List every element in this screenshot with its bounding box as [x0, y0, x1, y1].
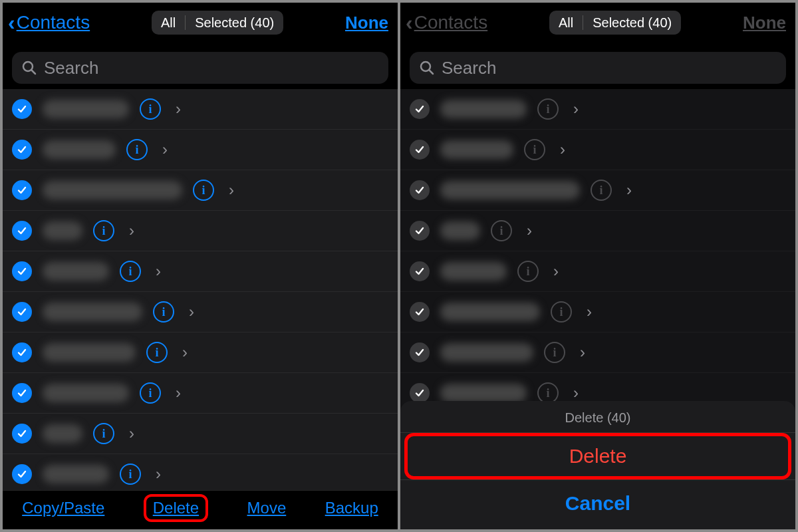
- checkmark-icon[interactable]: [12, 302, 32, 322]
- list-item[interactable]: i ›: [3, 292, 398, 332]
- chevron-right-icon: ›: [176, 384, 181, 402]
- contacts-list[interactable]: i › i › i › i › i › i ›: [3, 89, 398, 490]
- info-icon[interactable]: i: [93, 220, 114, 241]
- checkmark-icon[interactable]: [12, 140, 32, 160]
- checkmark-icon[interactable]: [12, 383, 32, 403]
- checkmark-icon[interactable]: [410, 180, 430, 200]
- info-icon[interactable]: i: [140, 382, 161, 404]
- chevron-right-icon: ›: [162, 140, 168, 159]
- info-icon[interactable]: i: [153, 301, 174, 323]
- chevron-right-icon: ›: [182, 343, 188, 362]
- checkmark-icon[interactable]: [410, 261, 430, 281]
- sheet-delete-button[interactable]: Delete: [400, 433, 795, 479]
- info-icon[interactable]: i: [120, 464, 141, 485]
- contact-name-redacted: [43, 140, 116, 159]
- list-item[interactable]: i ›: [400, 211, 795, 251]
- list-item[interactable]: i ›: [3, 130, 398, 170]
- search-placeholder: Search: [442, 58, 496, 78]
- toolbar-move[interactable]: Move: [247, 499, 287, 517]
- segment-selected[interactable]: Selected (40): [186, 11, 283, 35]
- info-icon[interactable]: i: [146, 342, 168, 363]
- chevron-right-icon: ›: [156, 465, 161, 483]
- contact-name-redacted: [440, 303, 540, 321]
- list-item[interactable]: i ›: [400, 332, 795, 373]
- list-item[interactable]: i ›: [400, 292, 795, 332]
- contact-name-redacted: [43, 465, 109, 483]
- checkmark-icon[interactable]: [410, 221, 430, 241]
- segment-all[interactable]: All: [152, 11, 185, 35]
- chevron-right-icon: ›: [573, 384, 579, 402]
- info-icon[interactable]: i: [140, 98, 161, 120]
- checkmark-icon[interactable]: [12, 180, 32, 200]
- info-icon[interactable]: i: [517, 261, 539, 282]
- info-icon[interactable]: i: [491, 220, 512, 241]
- list-item[interactable]: i ›: [3, 454, 398, 490]
- checkmark-icon[interactable]: [12, 424, 32, 444]
- list-item[interactable]: i ›: [3, 251, 398, 292]
- search-placeholder: Search: [44, 58, 98, 78]
- list-item[interactable]: i ›: [400, 251, 795, 292]
- list-item[interactable]: i ›: [3, 89, 398, 130]
- chevron-right-icon: ›: [229, 181, 234, 200]
- contact-name-redacted: [43, 384, 129, 402]
- chevron-right-icon: ›: [527, 221, 532, 240]
- list-item[interactable]: i ›: [3, 170, 398, 211]
- sheet-title: Delete (40): [400, 401, 795, 432]
- phone-right: ‹ Contacts All Selected (40) None Search…: [400, 3, 795, 529]
- chevron-right-icon: ›: [626, 181, 632, 200]
- checkmark-icon[interactable]: [410, 302, 430, 322]
- segment-selected[interactable]: Selected (40): [583, 11, 681, 35]
- info-icon[interactable]: i: [93, 423, 114, 444]
- chevron-left-icon: ‹: [406, 12, 413, 33]
- info-icon[interactable]: i: [591, 180, 612, 201]
- search-field[interactable]: Search: [410, 52, 786, 84]
- list-item[interactable]: i ›: [3, 414, 398, 454]
- info-icon[interactable]: i: [537, 98, 559, 120]
- chevron-right-icon: ›: [573, 100, 579, 118]
- chevron-right-icon: ›: [580, 343, 585, 362]
- checkmark-icon[interactable]: [410, 140, 430, 160]
- list-item[interactable]: i ›: [400, 170, 795, 211]
- list-item[interactable]: i ›: [3, 211, 398, 251]
- contact-name-redacted: [440, 221, 480, 240]
- none-button[interactable]: None: [345, 13, 388, 33]
- contact-name-redacted: [440, 181, 580, 200]
- info-icon[interactable]: i: [126, 139, 148, 160]
- segment-all[interactable]: All: [549, 11, 583, 35]
- toolbar-copy-paste[interactable]: Copy/Paste: [22, 499, 104, 517]
- toolbar-backup[interactable]: Backup: [325, 499, 378, 517]
- list-item[interactable]: i ›: [3, 373, 398, 414]
- checkmark-icon[interactable]: [12, 464, 32, 484]
- info-icon[interactable]: i: [551, 301, 572, 323]
- checkmark-icon[interactable]: [410, 342, 430, 362]
- checkmark-icon[interactable]: [410, 99, 430, 119]
- checkmark-icon[interactable]: [12, 342, 32, 362]
- action-sheet: Delete (40) Delete Cancel: [400, 401, 795, 529]
- search-field[interactable]: Search: [12, 52, 388, 84]
- info-icon[interactable]: i: [544, 342, 565, 363]
- nav-bar: ‹ Contacts All Selected (40) None: [3, 3, 398, 43]
- checkmark-icon[interactable]: [12, 99, 32, 119]
- contact-name-redacted: [440, 140, 513, 159]
- none-button[interactable]: None: [743, 13, 786, 33]
- contact-name-redacted: [43, 303, 142, 321]
- back-title: Contacts: [17, 12, 90, 33]
- checkmark-icon[interactable]: [12, 261, 32, 281]
- list-item[interactable]: i ›: [3, 332, 398, 373]
- checkmark-icon[interactable]: [410, 383, 430, 403]
- info-icon[interactable]: i: [524, 139, 545, 160]
- chevron-right-icon: ›: [560, 140, 565, 159]
- list-item[interactable]: i ›: [400, 130, 795, 170]
- sheet-cancel-button[interactable]: Cancel: [400, 480, 795, 527]
- checkmark-icon[interactable]: [12, 221, 32, 241]
- chevron-right-icon: ›: [553, 262, 559, 281]
- list-item[interactable]: i ›: [400, 89, 795, 130]
- chevron-right-icon: ›: [189, 303, 194, 321]
- contact-name-redacted: [43, 100, 129, 118]
- back-button[interactable]: ‹ Contacts: [406, 12, 487, 33]
- info-icon[interactable]: i: [193, 180, 214, 201]
- info-icon[interactable]: i: [120, 261, 141, 282]
- toolbar-delete[interactable]: Delete: [144, 494, 208, 522]
- contact-name-redacted: [440, 100, 527, 118]
- back-button[interactable]: ‹ Contacts: [8, 12, 90, 33]
